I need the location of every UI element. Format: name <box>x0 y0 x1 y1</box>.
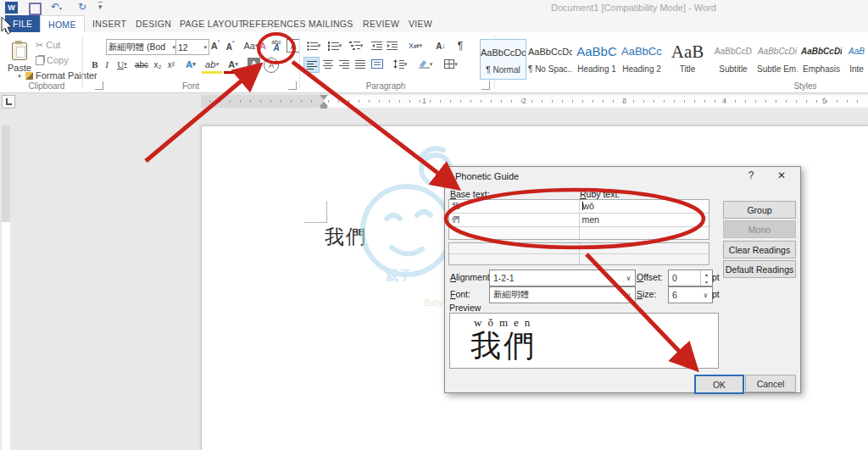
font-dialog-launcher[interactable] <box>288 81 297 90</box>
asian-layout-button[interactable]: X⇄▾ <box>404 39 426 53</box>
base-text-cell[interactable] <box>449 243 580 253</box>
distribute-text-button[interactable] <box>369 57 385 71</box>
ruby-row: 我 wǒ <box>449 200 709 214</box>
ruby-row <box>449 227 709 239</box>
style-heading1[interactable]: AaBbC Heading 1 <box>576 39 618 78</box>
underline-button[interactable]: U▾ <box>114 58 131 71</box>
bullets-button[interactable]: ▾ <box>304 39 323 53</box>
grow-font-button[interactable]: Aˆ <box>209 39 222 53</box>
ruby-text-cell[interactable]: men <box>580 214 709 226</box>
spinner-up-icon[interactable]: ▲ <box>700 270 712 278</box>
strikethrough-button[interactable]: abc <box>133 58 150 71</box>
ruby-text-cell[interactable]: wǒ <box>580 200 709 213</box>
style-title[interactable]: AaB Title <box>666 39 709 78</box>
tab-file[interactable]: FILE <box>5 15 40 32</box>
save-icon[interactable] <box>29 3 42 15</box>
help-icon[interactable]: ? <box>743 169 759 181</box>
base-text-cell[interactable] <box>449 227 580 239</box>
text-effects-button[interactable]: A▾ <box>181 58 200 71</box>
horizontal-ruler[interactable]: 1 2 3 4 5 <box>201 95 868 108</box>
character-shading-button[interactable]: A <box>248 58 260 70</box>
left-indent-marker[interactable] <box>320 106 327 108</box>
italic-button[interactable]: I <box>103 58 111 71</box>
offset-spinner[interactable]: 0▲▼ <box>668 269 713 286</box>
style-subtle-emphasis[interactable]: AaBbCcDi Subtle Em... <box>757 39 798 78</box>
vertical-ruler[interactable] <box>2 125 10 450</box>
base-text-cell[interactable]: 我 <box>449 200 580 213</box>
redo-icon[interactable]: ↻ <box>78 2 86 12</box>
style-emphasis[interactable]: AaBbCcDi Emphasis <box>801 39 842 78</box>
phonetic-guide-button[interactable]: abc A <box>268 36 285 53</box>
tab-home[interactable]: HOME <box>40 15 85 33</box>
character-border-button[interactable]: A <box>287 39 300 53</box>
multilevel-list-button[interactable]: ▾ <box>347 39 365 53</box>
align-right-button[interactable] <box>337 57 351 71</box>
mono-button[interactable]: Mono <box>723 220 796 238</box>
default-readings-button[interactable]: Default Readings <box>723 260 796 278</box>
increase-indent-button[interactable] <box>385 39 398 53</box>
document-text[interactable]: 我們 <box>325 224 367 250</box>
clear-formatting-button[interactable]: A <box>258 39 268 53</box>
ok-button[interactable]: OK <box>694 375 744 394</box>
customize-qat-icon[interactable]: ▾ <box>98 2 103 12</box>
tab-review[interactable]: REVIEW <box>355 15 407 32</box>
numbering-button[interactable]: ▾ <box>326 39 344 53</box>
font-name-combo[interactable]: 新細明體 (Bod▾ <box>106 39 178 55</box>
tab-view[interactable]: VIEW <box>401 15 440 32</box>
bold-button[interactable]: B <box>90 58 100 71</box>
ruby-text-cell[interactable] <box>580 254 709 264</box>
shrink-font-button[interactable]: Aˇ <box>224 41 236 53</box>
enclose-characters-button[interactable]: A <box>264 58 279 73</box>
tab-insert[interactable]: INSERT <box>85 15 134 32</box>
copy-button[interactable]: Copy <box>36 54 78 66</box>
subscript-button[interactable]: x₂ <box>152 58 164 71</box>
align-left-button[interactable] <box>303 57 320 73</box>
close-icon[interactable]: ✕ <box>774 169 789 181</box>
cut-button[interactable]: ✂Cut <box>36 39 78 51</box>
clipboard-dialog-launcher[interactable] <box>95 81 103 90</box>
font-size-caret[interactable]: ▾ <box>203 44 207 51</box>
tab-mailings[interactable]: MAILINGS <box>301 15 361 32</box>
word-window: W ↶▾ ↻ ▾ Document1 [Compatibility Mode] … <box>0 0 868 450</box>
decrease-indent-button[interactable] <box>370 39 383 53</box>
group-button[interactable]: Group <box>723 201 796 219</box>
line-spacing-button[interactable]: ▾ <box>390 57 410 71</box>
justify-button[interactable] <box>353 57 367 71</box>
undo-icon[interactable]: ↶▾ <box>51 2 62 14</box>
highlight-color-button[interactable]: ab▾ <box>202 58 222 74</box>
style-heading2[interactable]: AaBbCcl Heading 2 <box>621 39 662 78</box>
style-no-spacing[interactable]: AaBbCcDc ¶ No Spac... <box>528 39 572 78</box>
title-bar: W ↶▾ ↻ ▾ Document1 [Compatibility Mode] … <box>0 0 868 15</box>
spinner-down-icon[interactable]: ▼ <box>700 278 712 286</box>
paragraph-dialog-launcher[interactable] <box>481 81 490 90</box>
size-combo[interactable]: 6∨ <box>668 286 713 303</box>
paste-dropdown-caret[interactable]: ▾ <box>18 73 21 80</box>
borders-button[interactable]: ▾ <box>440 57 462 71</box>
tab-selector[interactable] <box>2 95 15 108</box>
show-hide-marks-button[interactable]: ¶ <box>454 39 466 53</box>
style-subtitle[interactable]: AaBbCcD Subtitle <box>713 39 754 78</box>
ruby-text-cell[interactable] <box>580 243 709 253</box>
font-combo[interactable]: 新細明體∨ <box>489 286 636 303</box>
style-intense-emphasis[interactable]: AaB Inte <box>845 39 868 78</box>
alignment-combo[interactable]: 1-2-1∨ <box>489 269 636 286</box>
ruby-text-cell[interactable] <box>580 227 709 239</box>
clear-readings-button[interactable]: Clear Readings <box>723 241 796 258</box>
paste-clipboard-icon <box>12 42 27 60</box>
base-text-cell[interactable] <box>449 254 580 264</box>
style-normal[interactable]: AaBbCcDc ¶ Normal <box>480 39 526 80</box>
base-text-cell[interactable]: 們 <box>449 214 580 226</box>
text-boundary-mark <box>326 201 327 223</box>
first-line-indent-marker[interactable] <box>320 95 328 100</box>
shading-button[interactable]: ▾ <box>415 57 436 71</box>
align-center-button[interactable] <box>320 57 335 71</box>
cancel-button[interactable]: Cancel <box>745 375 796 392</box>
superscript-button[interactable]: x² <box>165 58 177 71</box>
window-title: Document1 [Compatibility Mode] - Word <box>551 3 716 13</box>
ruby-row <box>449 254 709 264</box>
font-size-combo[interactable]: 12▾ <box>175 39 209 55</box>
font-color-button[interactable]: A▾ <box>224 58 242 74</box>
sort-button[interactable]: A↓ <box>433 39 448 53</box>
base-text-label: Base text: <box>450 189 490 199</box>
format-painter-button[interactable]: Format Painter <box>25 69 110 81</box>
